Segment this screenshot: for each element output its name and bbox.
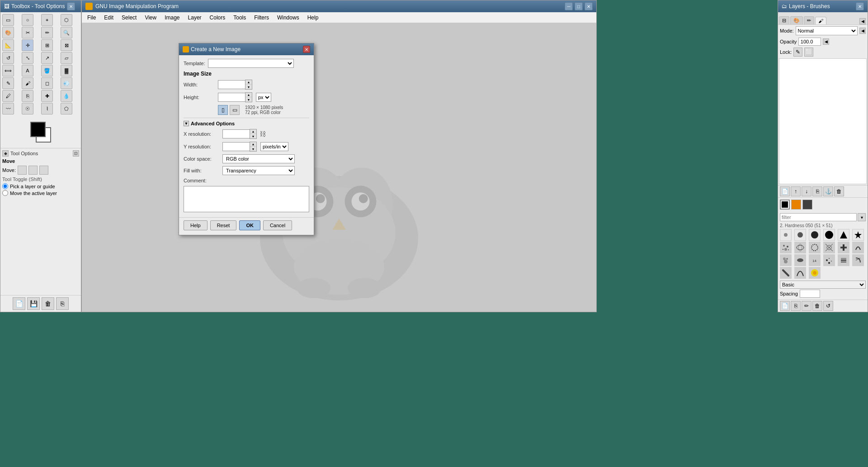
tool-dodge-burn[interactable]: ☉ [22,103,33,114]
gimp-close-btn[interactable]: ✕ [585,2,593,10]
width-down-btn[interactable]: ▼ [245,85,252,89]
x-resolution-down-btn[interactable]: ▼ [250,134,256,138]
opacity-expand-btn[interactable]: ◀ [823,38,829,45]
brush-item-4[interactable] [823,229,835,241]
tool-fuzzy-select[interactable]: ⬡ [61,14,72,26]
x-resolution-input[interactable]: 72.000 [222,129,250,138]
brush-swatch-orange[interactable] [791,200,801,210]
color-space-select[interactable]: RGB color [222,154,295,163]
anchor-layer-btn[interactable]: ⚓ [823,186,833,196]
tool-move[interactable]: ✛ [22,39,33,51]
menu-filters[interactable]: Filters [250,14,273,22]
menu-select[interactable]: Select [118,14,140,22]
landscape-icon-btn[interactable]: ▭ [230,105,240,115]
tool-scale[interactable]: ⤡ [22,52,33,64]
menu-file[interactable]: File [84,14,99,22]
brush-item-star[interactable] [852,229,864,241]
tool-options-expand-btn[interactable]: ◆ [2,150,9,157]
brush-item-18[interactable] [852,254,864,266]
tool-measure[interactable]: 📐 [2,39,14,51]
brush-item-10[interactable] [823,242,835,253]
tool-blend[interactable]: ▓ [61,65,72,76]
ok-button[interactable]: OK [239,220,260,230]
delete-layer-btn[interactable]: 🗑 [834,186,844,196]
advanced-toggle[interactable]: ▼ [184,121,189,126]
tool-paintbrush[interactable]: 🖌 [22,77,33,89]
brush-item-19[interactable] [780,267,792,279]
brush-item-11[interactable] [838,242,849,253]
lock-alpha-btn[interactable]: ⬜ [804,48,813,57]
tool-select-by-color[interactable]: 🎨 [2,27,14,38]
tool-perspective[interactable]: ▱ [61,52,72,64]
new-brush-btn[interactable]: 📄 [780,301,790,311]
brush-item-3[interactable] [809,229,821,241]
layers-close-btn[interactable]: ✕ [856,2,864,10]
cancel-button[interactable]: Cancel [263,220,292,230]
brush-item-2[interactable] [794,229,806,241]
pick-layer-radio[interactable] [2,183,8,189]
gimp-minimize-btn[interactable]: ─ [565,2,573,10]
tool-smudge[interactable]: 〰 [2,103,14,114]
tool-ink[interactable]: 🖊 [2,90,14,102]
menu-colors[interactable]: Colors [206,14,229,22]
brush-item-9[interactable] [809,242,821,253]
tool-rotate[interactable]: ↺ [2,52,14,64]
portrait-icon-btn[interactable]: ▯ [218,105,228,115]
edit-brush-btn[interactable]: ✏ [802,301,811,311]
dialog-close-btn[interactable]: ✕ [303,46,310,53]
tool-ellipse-select[interactable]: ○ [22,14,33,26]
width-input[interactable]: 1920 [218,80,245,89]
tool-eraser[interactable]: ◻ [41,77,53,89]
brush-item-16[interactable] [823,254,835,266]
reset-button[interactable]: Reset [210,220,237,230]
tool-pencil[interactable]: ✎ [2,77,14,89]
brushes-filter-btn[interactable]: ▾ [858,213,866,221]
brush-item-20[interactable] [794,267,806,279]
menu-layer[interactable]: Layer [184,14,205,22]
brush-item-1[interactable] [780,229,792,241]
advanced-header[interactable]: ▼ Advanced Options [184,121,309,126]
menu-image[interactable]: Image [161,14,183,22]
mode-select[interactable]: Normal [796,26,858,35]
help-button[interactable]: Help [184,220,208,230]
spacing-input[interactable]: 100 [800,290,820,298]
lower-layer-btn[interactable]: ↓ [802,186,811,196]
foreground-color-swatch[interactable] [30,122,46,137]
x-resolution-up-btn[interactable]: ▲ [250,129,256,134]
new-layer-btn[interactable]: 📄 [780,186,790,196]
tool-flip[interactable]: ⟺ [2,65,14,76]
height-down-btn[interactable]: ▼ [245,97,252,102]
brush-swatch-fg[interactable] [780,200,790,210]
y-resolution-input[interactable]: 72.000 [222,142,250,151]
brush-item-17[interactable] [838,254,849,266]
menu-edit[interactable]: Edit [100,14,117,22]
brush-item-14[interactable] [794,254,806,266]
gimp-maximize-btn[interactable]: □ [575,2,583,10]
template-select[interactable] [208,59,294,68]
tab-icon-color[interactable]: 🎨 [790,16,803,24]
brush-item-7[interactable] [780,242,792,253]
tab-icon-brushes[interactable]: 🖌 [815,17,826,24]
tool-color-picker[interactable]: 💧 [61,90,72,102]
height-up-btn[interactable]: ▲ [245,93,252,97]
tool-align[interactable]: ⊞ [41,39,53,51]
toolbox-close-btn[interactable]: ✕ [67,2,75,10]
unit-select[interactable]: px [256,93,271,102]
mode-expand-btn[interactable]: ◀ [859,28,866,34]
brush-swatch-dark[interactable] [802,200,812,210]
comment-input[interactable] [184,186,309,212]
y-resolution-down-btn[interactable]: ▼ [250,147,256,151]
menu-view[interactable]: View [141,14,160,22]
resolution-unit-select[interactable]: pixels/in [260,142,288,151]
brushes-preset-select[interactable]: Basic [780,281,866,289]
brushes-filter-input[interactable] [780,213,857,221]
tool-crop[interactable]: ⊠ [61,39,72,51]
brush-item-12[interactable] [852,242,864,253]
tool-scissors[interactable]: ✂ [22,27,33,38]
toolbox-new-btn[interactable]: 📄 [13,297,25,310]
fill-with-select[interactable]: Transparency [222,166,295,175]
height-input[interactable]: 1080 [218,93,245,102]
move-btn-3[interactable] [39,166,48,175]
tool-shear[interactable]: ↗ [41,52,53,64]
tab-icon-paths[interactable]: ✏ [804,16,814,24]
